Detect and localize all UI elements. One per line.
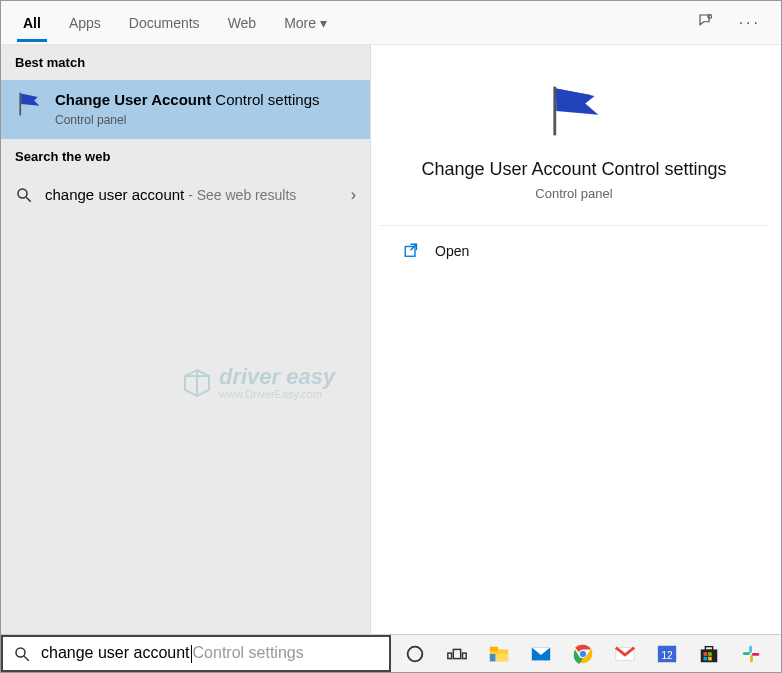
open-action[interactable]: Open	[379, 226, 769, 276]
svg-text:12: 12	[661, 649, 673, 660]
svg-point-3	[18, 189, 27, 198]
svg-rect-29	[704, 652, 708, 656]
cortana-icon[interactable]	[395, 636, 435, 672]
tab-apps[interactable]: Apps	[55, 5, 115, 41]
svg-line-4	[26, 197, 31, 202]
svg-rect-30	[708, 652, 712, 656]
flag-icon	[15, 90, 43, 118]
svg-line-10	[24, 656, 29, 661]
svg-rect-16	[490, 646, 498, 651]
svg-point-9	[16, 648, 25, 657]
chevron-down-icon: ▾	[320, 15, 327, 31]
gmail-icon[interactable]	[605, 636, 645, 672]
taskbar: change user accountControl settings 12	[1, 634, 781, 672]
search-completion: Control settings	[193, 644, 304, 661]
svg-rect-28	[705, 646, 712, 650]
chevron-right-icon: ›	[351, 186, 356, 204]
detail-title: Change User Account Control settings	[421, 159, 726, 180]
more-options-icon[interactable]: ···	[727, 6, 773, 40]
svg-rect-32	[708, 656, 712, 660]
svg-rect-5	[553, 87, 556, 136]
search-value: change user account	[41, 644, 190, 661]
tab-web[interactable]: Web	[214, 5, 271, 41]
calendar-icon[interactable]: 12	[647, 636, 687, 672]
svg-rect-34	[743, 652, 750, 655]
search-icon	[15, 186, 33, 204]
search-icon	[13, 645, 31, 663]
tab-documents[interactable]: Documents	[115, 5, 214, 41]
tab-all[interactable]: All	[9, 5, 55, 41]
svg-rect-1	[19, 93, 21, 116]
svg-rect-33	[749, 645, 752, 652]
web-result-item[interactable]: change user account - See web results ›	[1, 174, 370, 216]
best-match-header: Best match	[1, 45, 370, 80]
svg-point-11	[408, 646, 423, 661]
result-title: Change User Account Control settings	[55, 90, 356, 110]
chrome-icon[interactable]	[563, 636, 603, 672]
svg-rect-13	[453, 649, 460, 658]
feedback-icon[interactable]	[685, 4, 727, 42]
web-result-text: change user account - See web results	[45, 186, 339, 203]
search-filter-tabs: All Apps Documents Web More▾ ···	[1, 1, 781, 45]
search-input[interactable]: change user accountControl settings	[1, 635, 391, 672]
svg-rect-31	[704, 656, 708, 660]
svg-rect-18	[490, 654, 496, 661]
svg-point-0	[708, 14, 712, 18]
open-label: Open	[435, 243, 469, 259]
mail-icon[interactable]	[521, 636, 561, 672]
svg-rect-36	[752, 653, 759, 656]
tab-more[interactable]: More▾	[270, 5, 341, 41]
search-web-header: Search the web	[1, 139, 370, 174]
file-explorer-icon[interactable]	[479, 636, 519, 672]
store-icon[interactable]	[689, 636, 729, 672]
flag-icon-large	[544, 81, 604, 141]
svg-rect-35	[750, 654, 753, 661]
svg-rect-14	[463, 653, 467, 659]
detail-subtitle: Control panel	[535, 186, 612, 201]
result-change-uac[interactable]: Change User Account Control settings Con…	[1, 80, 370, 139]
taskview-icon[interactable]	[437, 636, 477, 672]
result-subtitle: Control panel	[55, 113, 356, 127]
svg-rect-12	[448, 653, 452, 659]
slack-icon[interactable]	[731, 636, 771, 672]
detail-pane: Change User Account Control settings Con…	[371, 45, 781, 636]
results-pane: Best match Change User Account Control s…	[1, 45, 371, 636]
svg-marker-2	[21, 94, 39, 106]
text-caret	[191, 645, 192, 663]
open-icon	[403, 242, 421, 260]
